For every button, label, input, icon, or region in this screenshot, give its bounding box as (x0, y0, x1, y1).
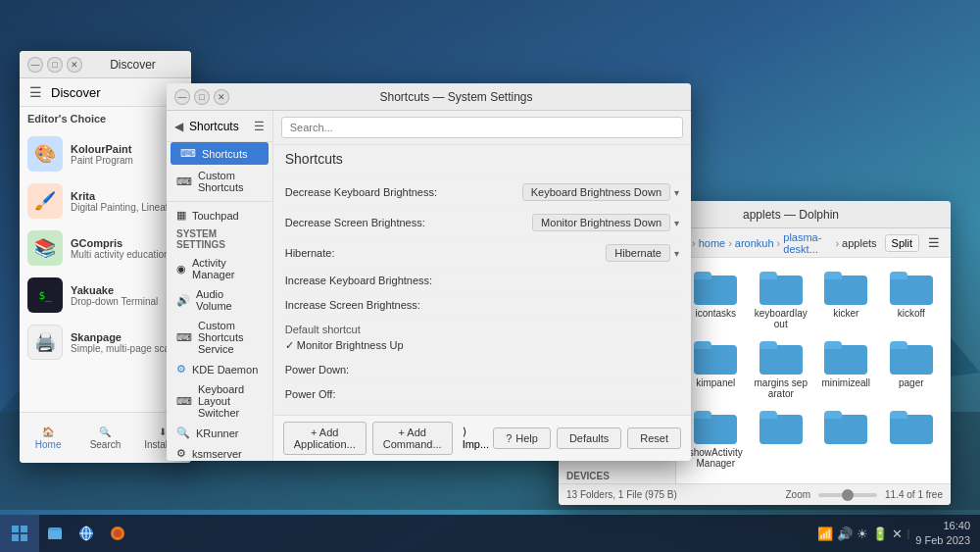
settings-item-kde-daemon[interactable]: ⚙ KDE Daemon (167, 359, 272, 379)
nav-home[interactable]: 🏠 Home (20, 413, 76, 463)
reset-label: Reset (640, 432, 668, 444)
system-settings-section-header: System Settings (167, 226, 272, 253)
settings-item-krunner[interactable]: 🔍 KRunner (167, 423, 272, 443)
zoom-slider[interactable] (818, 493, 877, 497)
file-icontasks[interactable]: icontasks (684, 266, 748, 333)
shortcut-row-power-down: Power Down: (285, 358, 679, 382)
settings-item-touchpad[interactable]: ▦ Touchpad (167, 205, 272, 226)
breadcrumb-user[interactable]: aronkuh (735, 237, 774, 249)
add-cmd-label: + Add Command... (383, 427, 442, 450)
file-kickoff[interactable]: kickoff (880, 266, 944, 333)
minimize-button-settings[interactable]: — (174, 89, 190, 105)
file-pager[interactable]: pager (880, 335, 944, 403)
taskbar-icon-firefox[interactable] (102, 515, 133, 552)
zoom-thumb[interactable] (842, 489, 854, 501)
app-item-gcompris[interactable]: 📚 GCompris Multi activity education... (20, 225, 191, 272)
default-shortcut-row: Default shortcut ✓ Monitor Brightness Up (285, 318, 679, 358)
window-controls-discover: — □ ✕ (27, 57, 82, 73)
minimize-button-discover[interactable]: — (27, 57, 43, 73)
footer-right-buttons: ? Help Defaults Reset (493, 427, 681, 449)
settings-item-custom-service[interactable]: ⌨ Custom Shortcuts Service (167, 316, 272, 359)
breadcrumb-applets[interactable]: applets (842, 237, 876, 249)
file-minimizeall-name: minimizeall (822, 377, 870, 388)
folder-kimpanel-icon (694, 339, 737, 375)
file-kickoff-name: kickoff (898, 308, 925, 319)
settings-item-keyboard-layout[interactable]: ⌨ Keyboard Layout Switcher (167, 379, 272, 423)
file-folder6[interactable] (880, 405, 944, 473)
taskbar-icon-files[interactable] (39, 515, 71, 552)
tray-icon-brightness[interactable]: ☀ (857, 527, 868, 541)
tray-icon-x[interactable]: ✕ (892, 527, 903, 541)
tray-icon-battery[interactable]: 🔋 (872, 527, 888, 541)
close-button-discover[interactable]: ✕ (67, 57, 82, 73)
maximize-button-settings[interactable]: □ (194, 89, 210, 105)
keyboard-layout-label: Keyboard Layout Switcher (198, 383, 263, 419)
tray-icon-audio[interactable]: 🔊 (837, 527, 853, 541)
split-button[interactable]: Split (885, 234, 919, 252)
shortcut-label-power-off: Power Off: (285, 388, 679, 400)
hamburger-icon[interactable]: ☰ (27, 84, 43, 100)
settings-item-audio[interactable]: 🔊 Audio Volume (167, 284, 272, 316)
activity-label: Activity Manager (192, 257, 263, 280)
search-input[interactable] (281, 117, 683, 138)
add-application-button[interactable]: + Add Application... (283, 422, 367, 455)
audio-label: Audio Volume (196, 288, 263, 312)
app-item-skanpage[interactable]: 🖨️ Skanpage Simple, multi-page scan... (20, 319, 191, 366)
file-folder5[interactable] (814, 405, 878, 473)
defaults-button[interactable]: Defaults (557, 427, 621, 449)
shortcut-key-dec-screen[interactable]: Monitor Brightness Down ▾ (532, 214, 679, 231)
system-settings-window: — □ ✕ Shortcuts — System Settings ◀ Shor… (167, 83, 691, 461)
file-folder4[interactable] (750, 405, 813, 473)
file-count: 13 Folders, 1 File (975 B) (566, 489, 677, 500)
reset-button[interactable]: Reset (627, 427, 681, 449)
settings-window-title: Shortcuts — System Settings (229, 90, 683, 104)
back-icon[interactable]: ◀ (174, 120, 183, 133)
add-command-button[interactable]: + Add Command... (372, 422, 453, 455)
taskbar-icon-browser[interactable] (71, 515, 102, 552)
close-button-settings[interactable]: ✕ (214, 89, 229, 105)
file-showactivity[interactable]: showActivityManager (684, 405, 748, 473)
sidebar-item-custom-shortcuts[interactable]: ⌨ Custom Shortcuts (167, 165, 272, 198)
tray-icon-network[interactable]: 📶 (817, 527, 833, 541)
toolbar-menu-btn[interactable]: ☰ (923, 232, 945, 254)
home-icon: 🏠 (42, 427, 54, 437)
breadcrumb-home[interactable]: home (699, 237, 726, 249)
nav-search[interactable]: 🔍 Search (76, 413, 133, 463)
kde-daemon-icon: ⚙ (176, 363, 186, 376)
shortcut-row-suspend: Suspend: (285, 407, 679, 415)
app-item-krita[interactable]: 🖌️ Krita Digital Painting, Lineat... (20, 177, 191, 225)
shortcut-label-power-down: Power Down: (285, 364, 679, 376)
sidebar-devices: Devices 💾/ 💾sdc 💾HDD1 (559, 465, 675, 483)
app-item-kolourpaint[interactable]: 🎨 KolourPaint Paint Program (20, 130, 191, 177)
start-menu-button[interactable] (0, 515, 39, 552)
settings-sidebar: ◀ Shortcuts ☰ ⌨ Shortcuts ⌨ Custom Short… (167, 111, 273, 461)
app-item-yakuake[interactable]: $_ Yakuake Drop-down Terminal (20, 272, 191, 319)
touchpad-label: Touchpad (192, 210, 239, 222)
folder-showactivity-icon (694, 409, 737, 444)
custom-shortcuts-icon: ⌨ (176, 176, 192, 188)
imp-label: ⟩ Imp... (459, 422, 494, 455)
krita-icon: 🖌️ (27, 183, 63, 219)
shortcut-key-dec-kb[interactable]: Keyboard Brightness Down ▾ (522, 183, 679, 201)
shortcut-row-inc-kb: Increase Keyboard Brightness: (285, 269, 679, 293)
sidebar-menu-icon[interactable]: ☰ (254, 120, 265, 133)
help-icon-btn: ? (506, 432, 512, 444)
audio-icon: 🔊 (176, 294, 190, 307)
settings-item-ksmserver[interactable]: ⚙ ksmserver (167, 443, 272, 461)
breadcrumb-plasma[interactable]: plasma-deskt... (783, 231, 832, 255)
zoom-label: Zoom (786, 489, 811, 500)
folder-pager-icon (890, 339, 933, 375)
taskbar-clock[interactable]: 16:40 9 Feb 2023 (915, 519, 970, 549)
settings-item-activity[interactable]: ◉ Activity Manager (167, 253, 272, 284)
file-keyboardlayout-name: keyboardlayout (754, 308, 809, 329)
file-keyboardlayout[interactable]: keyboardlayout (750, 266, 813, 333)
file-minimizeall[interactable]: minimizeall (814, 335, 878, 403)
sidebar-item-shortcuts[interactable]: ⌨ Shortcuts (171, 142, 269, 165)
file-kimpanel[interactable]: kimpanel (684, 335, 748, 403)
shortcut-key-hibernate[interactable]: Hibernate ▾ (606, 244, 679, 262)
file-kicker[interactable]: kicker (814, 266, 878, 333)
svg-rect-8 (21, 526, 27, 532)
help-button[interactable]: ? Help (493, 427, 551, 449)
file-margins-separator[interactable]: margins separator (750, 335, 813, 403)
maximize-button-discover[interactable]: □ (47, 57, 63, 73)
